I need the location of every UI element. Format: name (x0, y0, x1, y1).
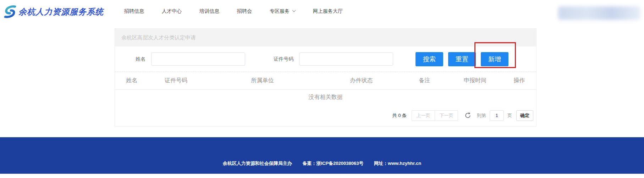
brand-title: 余杭人力资源服务系统 (18, 6, 104, 17)
page-unit-label: 页 (507, 112, 512, 119)
action-buttons: 搜索 重置 新增 (415, 52, 508, 66)
brand-logo[interactable]: 余杭人力资源服务系统 (4, 4, 104, 20)
search-button[interactable]: 搜索 (415, 52, 443, 66)
column-header-remark: 备注 (401, 77, 448, 84)
nav-item-recruit-info[interactable]: 招聘信息 (124, 8, 144, 15)
nav-item-label: 专区服务 (270, 8, 290, 15)
site-footer: 余杭区人力资源和社会保障局主办 备案：浙ICP备2020038063号 网址：w… (0, 137, 644, 174)
top-header: 余杭人力资源服务系统 招聘信息 人才中心 培训信息 招聘会 专区服务 网上服务大… (0, 0, 644, 23)
main-nav: 招聘信息 人才中心 培训信息 招聘会 专区服务 网上服务大厅 (124, 0, 343, 23)
footer-site-url: 网址：www.hzyhhr.cn (374, 161, 421, 166)
column-header-status: 办件状态 (321, 77, 402, 84)
column-header-id-number: 证件号码 (149, 77, 203, 84)
goto-page-label: 到第 (477, 112, 486, 119)
column-header-employer: 所属单位 (203, 77, 321, 84)
id-number-input[interactable] (299, 52, 393, 66)
nav-item-training-info[interactable]: 培训信息 (199, 8, 219, 15)
confirm-page-button[interactable]: 确定 (516, 110, 533, 121)
name-label: 姓名 (136, 56, 145, 62)
nav-item-job-fair[interactable]: 招聘会 (237, 8, 252, 15)
user-info-blurred[interactable] (558, 6, 640, 20)
id-number-label: 证件号码 (274, 56, 293, 62)
logo-icon (4, 4, 16, 20)
reset-button[interactable]: 重置 (448, 52, 476, 66)
column-header-actions: 操作 (502, 77, 536, 84)
name-input[interactable] (151, 52, 245, 66)
table-header-row: 姓名 证件号码 所属单位 办件状态 备注 申报时间 操作 (115, 72, 536, 90)
nav-item-zone-services[interactable]: 专区服务 (270, 8, 295, 15)
search-form: 姓名 证件号码 搜索 重置 新增 (115, 46, 536, 72)
column-header-name: 姓名 (115, 77, 149, 84)
footer-text: 余杭区人力资源和社会保障局主办 备案：浙ICP备2020038063号 网址：w… (0, 160, 644, 167)
chevron-down-icon (292, 9, 296, 12)
nav-item-online-service-hall[interactable]: 网上服务大厅 (313, 8, 343, 15)
page-title: 余杭区高层次人才分类认定申请 (115, 29, 536, 46)
page-number-input[interactable] (490, 110, 504, 121)
prev-page-button[interactable]: 上一页 (412, 110, 435, 121)
footer-icp: 备案：浙ICP备2020038063号 (302, 161, 363, 166)
column-header-apply-time: 申报时间 (448, 77, 502, 84)
application-card: 余杭区高层次人才分类认定申请 姓名 证件号码 搜索 重置 新增 姓名 证件号码 … (115, 28, 536, 127)
pagination: 共 0 条 上一页 下一页 到第 页 确定 (115, 105, 536, 126)
pagination-total: 共 0 条 (392, 112, 407, 119)
refresh-icon[interactable] (464, 112, 471, 119)
footer-host: 余杭区人力资源和社会保障局主办 (223, 161, 292, 166)
empty-state-text: 没有相关数据 (115, 90, 536, 105)
nav-item-talent-center[interactable]: 人才中心 (162, 8, 182, 15)
next-page-button[interactable]: 下一页 (435, 110, 458, 121)
add-button[interactable]: 新增 (481, 52, 508, 66)
